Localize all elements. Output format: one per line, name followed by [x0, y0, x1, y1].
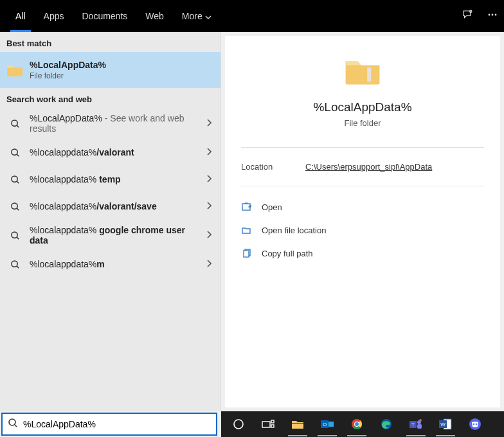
- tab-more[interactable]: More: [173, 0, 221, 32]
- copy-icon: [241, 248, 255, 258]
- search-icon: [6, 148, 23, 157]
- tab-web[interactable]: Web: [136, 0, 173, 32]
- svg-rect-15: [262, 422, 270, 427]
- svg-point-14: [234, 420, 243, 429]
- search-tabs-bar: All Apps Documents Web More: [0, 0, 504, 32]
- section-best-match: Best match: [0, 32, 221, 52]
- chevron-right-icon[interactable]: [204, 227, 214, 244]
- taskbar: O T W: [221, 411, 504, 437]
- folder-icon: [6, 63, 23, 77]
- search-icon: [6, 260, 23, 269]
- preview-title: %LocalAppData%: [313, 100, 411, 114]
- search-suggestion[interactable]: %localappdata% google chrome user data: [0, 220, 221, 251]
- folder-icon: [344, 55, 381, 89]
- best-match-sub: File folder: [30, 71, 214, 80]
- taskbar-explorer[interactable]: [284, 414, 311, 434]
- suggestion-text: %localappdata%/valorant: [30, 147, 204, 157]
- section-work-web: Search work and web: [0, 88, 221, 108]
- preview-sub: File folder: [344, 118, 381, 128]
- search-input[interactable]: [23, 419, 211, 429]
- taskbar-discord[interactable]: [462, 414, 489, 434]
- svg-point-26: [355, 422, 359, 426]
- svg-point-5: [11, 148, 17, 154]
- more-options-icon[interactable]: [487, 10, 498, 22]
- chevron-right-icon[interactable]: [204, 115, 214, 132]
- taskbar-word[interactable]: W: [432, 414, 459, 434]
- location-label: Location: [241, 162, 305, 172]
- svg-point-32: [419, 419, 422, 422]
- results-panel: Best match %LocalAppData% File folder Se…: [0, 32, 221, 411]
- svg-rect-10: [367, 67, 371, 82]
- divider: [241, 186, 484, 186]
- action-open[interactable]: Open: [241, 195, 484, 219]
- svg-text:W: W: [440, 422, 446, 427]
- action-copy-path[interactable]: Copy full path: [241, 242, 484, 265]
- open-icon: [241, 202, 255, 212]
- feedback-icon[interactable]: [462, 9, 473, 23]
- svg-point-9: [11, 260, 17, 266]
- action-open-location[interactable]: Open file location: [241, 219, 484, 242]
- svg-point-4: [11, 120, 17, 125]
- best-match-title: %LocalAppData%: [30, 60, 214, 70]
- search-bar: [1, 413, 217, 436]
- suggestion-text: %localappdata% google chrome user data: [30, 225, 204, 245]
- taskbar-edge[interactable]: [373, 414, 400, 434]
- search-icon: [6, 175, 23, 184]
- taskbar-chrome[interactable]: [343, 414, 370, 434]
- tab-all[interactable]: All: [6, 0, 35, 32]
- tab-apps[interactable]: Apps: [35, 0, 73, 32]
- svg-point-2: [492, 14, 494, 16]
- suggestion-text: %localappdata%m: [30, 259, 204, 269]
- svg-point-38: [476, 424, 477, 425]
- location-value[interactable]: C:\Users\erpsupport_sipl\AppData: [305, 162, 432, 172]
- open-location-icon: [241, 225, 255, 235]
- search-suggestion[interactable]: %localappdata%m: [0, 251, 221, 278]
- chevron-right-icon[interactable]: [204, 256, 214, 272]
- svg-point-7: [11, 202, 17, 208]
- best-match-result[interactable]: %LocalAppData% File folder: [0, 52, 221, 88]
- taskbar-teams[interactable]: T: [402, 414, 429, 434]
- preview-panel: %LocalAppData% File folder Location C:\U…: [225, 36, 500, 407]
- svg-rect-21: [328, 422, 334, 427]
- chevron-down-icon: [205, 11, 212, 21]
- suggestion-text: %localappdata% temp: [30, 174, 204, 184]
- svg-text:T: T: [411, 422, 415, 427]
- search-icon: [6, 202, 23, 211]
- suggestion-text: %localappdata%/valorant/save: [30, 201, 204, 211]
- divider: [241, 147, 484, 148]
- svg-rect-31: [417, 424, 422, 429]
- svg-point-3: [495, 14, 497, 16]
- chevron-right-icon[interactable]: [204, 144, 214, 161]
- taskbar-taskview[interactable]: [255, 414, 282, 434]
- svg-point-6: [11, 175, 17, 181]
- svg-point-0: [470, 10, 472, 12]
- search-icon: [6, 231, 23, 240]
- suggestion-text: %LocalAppData% - See work and web result…: [30, 113, 204, 134]
- search-suggestion[interactable]: %localappdata%/valorant: [0, 139, 221, 166]
- svg-rect-18: [292, 423, 303, 424]
- tab-documents[interactable]: Documents: [73, 0, 136, 32]
- taskbar-outlook[interactable]: O: [314, 414, 341, 434]
- svg-point-8: [11, 231, 17, 237]
- svg-rect-12: [244, 251, 249, 257]
- chevron-right-icon[interactable]: [204, 198, 214, 215]
- search-suggestion[interactable]: %LocalAppData% - See work and web result…: [0, 108, 221, 139]
- search-suggestion[interactable]: %localappdata% temp: [0, 166, 221, 193]
- taskbar-cortana[interactable]: [225, 414, 252, 434]
- svg-rect-17: [271, 425, 274, 427]
- chevron-right-icon[interactable]: [204, 171, 214, 188]
- svg-point-13: [9, 419, 15, 425]
- svg-text:O: O: [323, 422, 327, 427]
- svg-point-1: [489, 14, 491, 16]
- search-icon: [6, 119, 23, 129]
- svg-rect-16: [271, 420, 274, 423]
- search-suggestion[interactable]: %localappdata%/valorant/save: [0, 193, 221, 220]
- svg-point-37: [473, 424, 474, 425]
- search-icon: [8, 418, 18, 431]
